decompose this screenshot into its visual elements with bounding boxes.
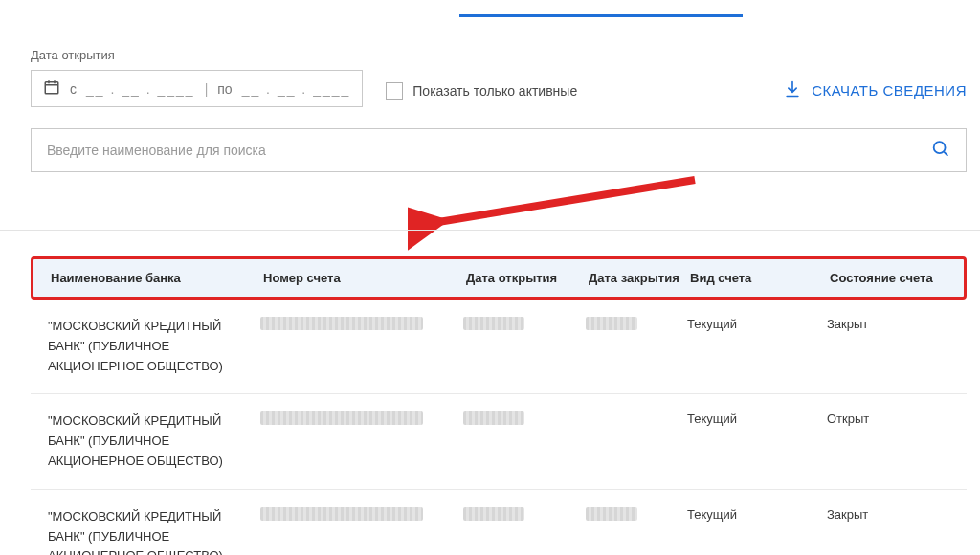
download-label: СКАЧАТЬ СВЕДЕНИЯ xyxy=(812,82,967,99)
cell-state: Закрыт xyxy=(827,507,959,522)
table-row[interactable]: "МОСКОВСКИЙ КРЕДИТНЫЙ БАНК" (ПУБЛИЧНОЕ А… xyxy=(31,490,967,555)
cell-type: Текущий xyxy=(687,411,827,426)
download-button[interactable]: СКАЧАТЬ СВЕДЕНИЯ xyxy=(783,79,967,107)
redacted-icon xyxy=(463,507,524,521)
svg-point-1 xyxy=(934,142,946,153)
checkbox-icon xyxy=(386,82,403,100)
cell-state: Открыт xyxy=(827,411,959,426)
annotation-arrow-icon xyxy=(408,168,714,264)
cell-account xyxy=(260,507,463,523)
section-divider xyxy=(0,230,980,231)
active-only-label: Показать только активные xyxy=(412,83,577,99)
active-only-checkbox[interactable]: Показать только активные xyxy=(386,82,577,107)
search-placeholder: Введите наименование для поиска xyxy=(47,143,266,158)
cell-type: Текущий xyxy=(687,317,827,331)
col-header-open-date[interactable]: Дата открытия xyxy=(466,271,589,285)
search-input[interactable]: Введите наименование для поиска xyxy=(31,128,967,172)
active-tab-indicator xyxy=(459,14,743,17)
redacted-icon xyxy=(260,317,423,330)
cell-state: Закрыт xyxy=(827,317,959,331)
date-separator: | xyxy=(205,81,209,97)
table-header-row: Наименование банка Номер счета Дата откр… xyxy=(31,256,967,300)
date-to-prefix: по xyxy=(217,81,232,97)
redacted-icon xyxy=(463,317,524,330)
date-from-placeholder: __ . __ . ____ xyxy=(86,81,195,97)
cell-open-date xyxy=(463,507,586,523)
cell-account xyxy=(260,317,463,333)
calendar-icon xyxy=(43,78,60,99)
col-header-type[interactable]: Вид счета xyxy=(690,271,830,285)
cell-account xyxy=(260,411,463,428)
cell-close-date xyxy=(586,317,687,333)
svg-line-3 xyxy=(427,180,695,224)
date-to-placeholder: __ . __ . ____ xyxy=(242,81,351,97)
redacted-icon xyxy=(586,507,637,521)
redacted-icon xyxy=(260,507,423,521)
redacted-icon xyxy=(586,317,637,330)
download-icon xyxy=(783,79,802,101)
col-header-bank[interactable]: Наименование банка xyxy=(41,271,263,285)
cell-bank: "МОСКОВСКИЙ КРЕДИТНЫЙ БАНК" (ПУБЛИЧНОЕ А… xyxy=(38,507,260,555)
redacted-icon xyxy=(260,411,423,425)
search-icon[interactable] xyxy=(930,139,951,163)
col-header-state[interactable]: Состояние счета xyxy=(830,271,956,285)
cell-close-date xyxy=(586,507,687,523)
date-range-input[interactable]: с __ . __ . ____ | по __ . __ . ____ xyxy=(31,70,363,107)
col-header-account[interactable]: Номер счета xyxy=(263,271,466,285)
cell-bank: "МОСКОВСКИЙ КРЕДИТНЫЙ БАНК" (ПУБЛИЧНОЕ А… xyxy=(38,411,260,471)
col-header-close-date[interactable]: Дата закрытия xyxy=(589,271,690,285)
cell-type: Текущий xyxy=(687,507,827,522)
cell-open-date xyxy=(463,411,586,428)
accounts-table: Наименование банка Номер счета Дата откр… xyxy=(31,256,967,555)
redacted-icon xyxy=(463,411,524,425)
date-range-label: Дата открытия xyxy=(31,48,363,62)
cell-bank: "МОСКОВСКИЙ КРЕДИТНЫЙ БАНК" (ПУБЛИЧНОЕ А… xyxy=(38,317,260,376)
table-row[interactable]: "МОСКОВСКИЙ КРЕДИТНЫЙ БАНК" (ПУБЛИЧНОЕ А… xyxy=(31,394,967,489)
svg-rect-0 xyxy=(45,82,58,94)
date-from-prefix: с xyxy=(70,81,77,97)
table-row[interactable]: "МОСКОВСКИЙ КРЕДИТНЫЙ БАНК" (ПУБЛИЧНОЕ А… xyxy=(31,300,967,394)
cell-open-date xyxy=(463,317,586,333)
